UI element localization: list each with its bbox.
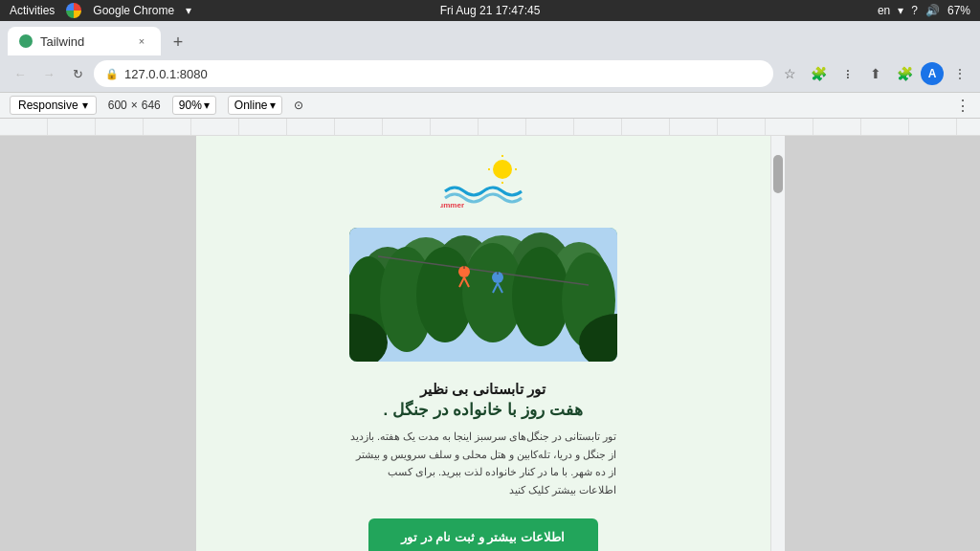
description-text: تور تابستانی در جنگل‌های سرسبز اینجا به …: [349, 428, 617, 499]
svg-point-0: [493, 160, 512, 179]
page-viewport: Summer: [196, 136, 770, 551]
tab-tailwind[interactable]: Tailwind ×: [8, 27, 161, 55]
online-label: Online: [234, 99, 268, 112]
reload-button[interactable]: ↻: [65, 61, 90, 86]
title-line2: هفت روز با خانواده در جنگل .: [383, 400, 582, 420]
devtools-menu-button[interactable]: ⋮: [955, 97, 970, 115]
filter-icon[interactable]: ⫶: [835, 61, 859, 86]
tab-close-button[interactable]: ×: [134, 33, 149, 49]
tab-favicon-icon: [19, 34, 33, 48]
lang-label[interactable]: en: [878, 4, 890, 17]
forward-button[interactable]: →: [36, 61, 61, 86]
svg-point-17: [512, 247, 569, 346]
cta-button[interactable]: اطلاعات بیشتر و ثبت نام در تور: [368, 518, 598, 551]
responsive-button[interactable]: Responsive ▾: [10, 96, 97, 115]
ruler: [0, 119, 966, 135]
capture-icon[interactable]: ⊙: [294, 99, 303, 112]
volume-icon[interactable]: 🔊: [925, 4, 940, 17]
puzzle-icon[interactable]: 🧩: [892, 61, 917, 86]
page-content: Summer: [196, 136, 770, 551]
lock-icon: 🔒: [105, 68, 119, 80]
address-bar-row: ← → ↻ 🔒 127.0.0.1:8080 ☆ 🧩 ⫶ ⬆ 🧩 A ⋮: [0, 55, 980, 92]
scrollbar[interactable]: [770, 136, 785, 551]
hero-image: [349, 228, 617, 362]
address-toolbar: ☆ 🧩 ⫶ ⬆ 🧩 A ⋮: [777, 61, 972, 86]
scrollbar-thumb[interactable]: [773, 155, 783, 193]
address-text: 127.0.0.1:8080: [124, 67, 208, 81]
lang-dropdown-icon[interactable]: ▾: [898, 4, 903, 17]
online-button[interactable]: Online ▾: [228, 96, 282, 115]
battery-label: 67%: [947, 4, 970, 17]
zoom-dropdown-icon: ▾: [204, 99, 210, 112]
title-line1: تور تابستانی بی نظیر: [383, 381, 582, 398]
company-logo-icon: Summer: [440, 155, 526, 212]
responsive-dropdown-icon: ▾: [82, 99, 88, 112]
x-separator: ×: [131, 99, 138, 112]
responsive-label: Responsive: [18, 99, 78, 112]
dropdown-icon[interactable]: ▾: [186, 4, 191, 17]
devtools-bar: Responsive ▾ 600 × 646 90% ▾ Online ▾ ⊙ …: [0, 92, 980, 119]
back-button[interactable]: ←: [8, 61, 33, 86]
viewport-wrapper: Summer: [196, 136, 785, 551]
share-icon[interactable]: ⬆: [863, 61, 888, 86]
chrome-logo-icon: [66, 3, 81, 18]
viewport-width[interactable]: 600: [108, 99, 127, 112]
profile-avatar[interactable]: A: [921, 62, 944, 85]
tab-bar: Tailwind × +: [0, 21, 980, 55]
system-bar-right: en ▾ ? 🔊 67%: [878, 4, 970, 17]
app-name-label[interactable]: Google Chrome: [93, 4, 174, 17]
activities-label[interactable]: Activities: [10, 4, 55, 17]
zoom-level: 90%: [179, 99, 202, 112]
browser-content: Summer: [0, 136, 980, 551]
extension1-icon[interactable]: 🧩: [806, 61, 831, 86]
logo-container: Summer: [440, 155, 526, 212]
ruler-area: [0, 119, 980, 136]
system-datetime: Fri Aug 21 17:47:45: [440, 4, 541, 17]
browser-chrome: Tailwind × + ← → ↻ 🔒 127.0.0.1:8080 ☆ 🧩 …: [0, 21, 980, 92]
system-bar: Activities Google Chrome ▾ Fri Aug 21 17…: [0, 0, 980, 21]
menu-button[interactable]: ⋮: [947, 61, 972, 86]
help-icon[interactable]: ?: [911, 4, 918, 17]
address-bar[interactable]: 🔒 127.0.0.1:8080: [94, 60, 773, 87]
system-bar-left: Activities Google Chrome ▾: [10, 3, 191, 18]
viewport-height[interactable]: 646: [142, 99, 161, 112]
viewport-dimensions: 600 × 646: [108, 99, 161, 112]
svg-text:Summer: Summer: [440, 201, 464, 209]
main-title: تور تابستانی بی نظیر هفت روز با خانواده …: [383, 381, 582, 420]
new-tab-button[interactable]: +: [165, 29, 191, 55]
zoom-button[interactable]: 90% ▾: [172, 96, 216, 115]
jungle-scene-icon: [349, 228, 617, 362]
online-dropdown-icon: ▾: [270, 99, 276, 112]
tab-title: Tailwind: [40, 34, 84, 49]
star-icon[interactable]: ☆: [777, 61, 802, 86]
